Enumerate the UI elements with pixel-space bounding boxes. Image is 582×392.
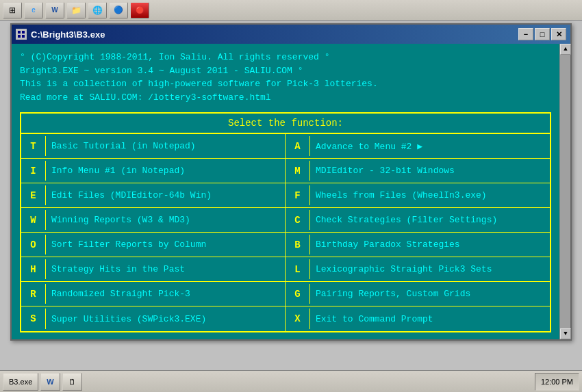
menu-item-F[interactable]: F Wheels from Files (WheelIn3.exe) xyxy=(286,183,550,208)
menu-key-F: F xyxy=(286,185,310,205)
svg-rect-2 xyxy=(22,31,25,34)
top-btn-icon6[interactable]: 🔴 xyxy=(130,2,149,18)
menu-item-B[interactable]: B Birthday Paradox Strategies xyxy=(286,233,550,257)
menu-label-M: MDIEditor - 32-bit Windows xyxy=(310,166,550,176)
menu-label-B: Birthday Paradox Strategies xyxy=(310,239,550,250)
top-btn-icon5[interactable]: 🔵 xyxy=(109,2,128,18)
menu-item-E[interactable]: E Edit Files (MDIEditor-64b Win) xyxy=(21,183,286,208)
taskbar-notepad[interactable]: 🗒 xyxy=(62,373,82,391)
window-body: ° (C)Copyright 1988-2011, Ion Saliu. All… xyxy=(12,44,570,339)
taskbar-notepad-label: 🗒 xyxy=(68,378,76,386)
menu-item-S[interactable]: S Super Utilities (SWPick3.EXE) xyxy=(21,306,286,331)
menu-item-H[interactable]: H Strategy Hits in the Past xyxy=(21,257,286,282)
menu-key-R: R xyxy=(21,284,46,304)
menu-item-T[interactable]: T Basic Tutorial (in Notepad) xyxy=(21,134,286,159)
taskbar: B3.exe W 🗒 12:00 PM xyxy=(0,370,582,392)
scroll-track[interactable] xyxy=(560,55,570,328)
svg-rect-1 xyxy=(18,31,21,34)
menu-item-A[interactable]: A Advance to Menu #2 ▶ xyxy=(286,134,550,159)
top-btn-ie[interactable]: e xyxy=(24,2,43,18)
minimize-button[interactable]: − xyxy=(518,28,533,40)
menu-key-S: S xyxy=(21,309,46,329)
menu-box: Select the function: T Basic Tutorial (i… xyxy=(20,112,551,332)
menu-key-M: M xyxy=(286,161,310,181)
menu-label-L: Lexicographic Straight Pick3 Sets xyxy=(310,264,550,274)
start-button[interactable]: ⊞ xyxy=(3,2,22,18)
menu-label-O: Sort Filter Reports by Column xyxy=(46,239,285,250)
menu-key-X: X xyxy=(286,309,310,329)
top-taskbar: ⊞ e W 📁 🌐 🔵 🔴 xyxy=(0,0,582,21)
window-title: C:\Bright3\B3.exe xyxy=(31,29,105,40)
scrollbar: ▲ ▼ xyxy=(559,44,570,339)
menu-label-H: Strategy Hits in the Past xyxy=(46,264,285,274)
menu-label-G: Pairing Reports, Custom Grids xyxy=(310,289,550,299)
menu-label-T: Basic Tutorial (in Notepad) xyxy=(46,141,285,151)
menu-key-E: E xyxy=(21,185,46,205)
title-bar: C:\Bright3\B3.exe − □ ✕ xyxy=(12,25,570,44)
menu-item-M[interactable]: M MDIEditor - 32-bit Windows xyxy=(286,159,550,183)
menu-item-C[interactable]: C Check Strategies (Filter Settings) xyxy=(286,208,550,233)
menu-label-W: Winning Reports (W3 & MD3) xyxy=(46,215,285,225)
menu-key-C: C xyxy=(286,210,310,230)
menu-key-H: H xyxy=(21,259,46,279)
menu-item-O[interactable]: O Sort Filter Reports by Column xyxy=(21,233,286,257)
menu-key-T: T xyxy=(21,136,46,156)
menu-item-G[interactable]: G Pairing Reports, Custom Grids xyxy=(286,282,550,306)
svg-rect-3 xyxy=(18,35,21,38)
top-btn-browser[interactable]: 🌐 xyxy=(88,2,107,18)
menu-grid: T Basic Tutorial (in Notepad) A Advance … xyxy=(21,134,550,331)
scroll-down-button[interactable]: ▼ xyxy=(560,328,571,339)
top-btn-folder[interactable]: 📁 xyxy=(66,2,86,18)
taskbar-bright3[interactable]: B3.exe xyxy=(3,373,38,391)
menu-key-G: G xyxy=(286,284,310,304)
window-controls: − □ ✕ xyxy=(518,28,566,40)
menu-label-R: Randomized Straight Pick-3 xyxy=(46,289,285,299)
header-line1: ° (C)Copyright 1988-2011, Ion Saliu. All… xyxy=(20,51,551,64)
menu-label-C: Check Strategies (Filter Settings) xyxy=(310,215,550,225)
header-line3: This is a collection of high-powered sof… xyxy=(20,77,551,91)
taskbar-word[interactable]: W xyxy=(40,373,60,391)
menu-title: Select the function: xyxy=(21,114,550,134)
maximize-button[interactable]: □ xyxy=(535,28,550,40)
menu-item-X[interactable]: X Exit to Command Prompt xyxy=(286,306,550,331)
header-section: ° (C)Copyright 1988-2011, Ion Saliu. All… xyxy=(20,51,551,104)
taskbar-bright3-label: B3.exe xyxy=(9,378,32,386)
menu-item-I[interactable]: I Info Menu #1 (in Notepad) xyxy=(21,159,286,183)
taskbar-clock: 12:00 PM xyxy=(535,373,579,391)
menu-item-R[interactable]: R Randomized Straight Pick-3 xyxy=(21,282,286,306)
main-window: C:\Bright3\B3.exe − □ ✕ ° (C)Copyright 1… xyxy=(10,23,572,341)
content-area: ° (C)Copyright 1988-2011, Ion Saliu. All… xyxy=(12,44,559,339)
svg-rect-4 xyxy=(22,35,25,38)
header-line2: Bright3.EXE ~ version 3.4 ~ August 2011 … xyxy=(20,64,551,78)
top-btn-word[interactable]: W xyxy=(45,2,64,18)
menu-key-A: A xyxy=(286,136,310,156)
header-line4: Read more at SALIU.COM: /lottery3-softwa… xyxy=(20,91,551,105)
menu-item-L[interactable]: L Lexicographic Straight Pick3 Sets xyxy=(286,257,550,282)
close-button[interactable]: ✕ xyxy=(551,28,566,40)
menu-label-I: Info Menu #1 (in Notepad) xyxy=(46,166,285,176)
scroll-up-button[interactable]: ▲ xyxy=(560,44,571,55)
menu-key-I: I xyxy=(21,161,46,181)
menu-label-X: Exit to Command Prompt xyxy=(310,314,550,324)
taskbar-word-label: W xyxy=(47,378,53,386)
menu-label-A: Advance to Menu #2 ▶ xyxy=(310,141,550,152)
menu-key-W: W xyxy=(21,210,46,230)
menu-key-L: L xyxy=(286,259,310,279)
menu-label-F: Wheels from Files (WheelIn3.exe) xyxy=(310,190,550,200)
menu-key-B: B xyxy=(286,235,310,254)
menu-item-W[interactable]: W Winning Reports (W3 & MD3) xyxy=(21,208,286,233)
menu-label-E: Edit Files (MDIEditor-64b Win) xyxy=(46,190,285,200)
menu-key-O: O xyxy=(21,235,46,254)
window-icon xyxy=(16,29,27,40)
menu-label-S: Super Utilities (SWPick3.EXE) xyxy=(46,314,285,324)
